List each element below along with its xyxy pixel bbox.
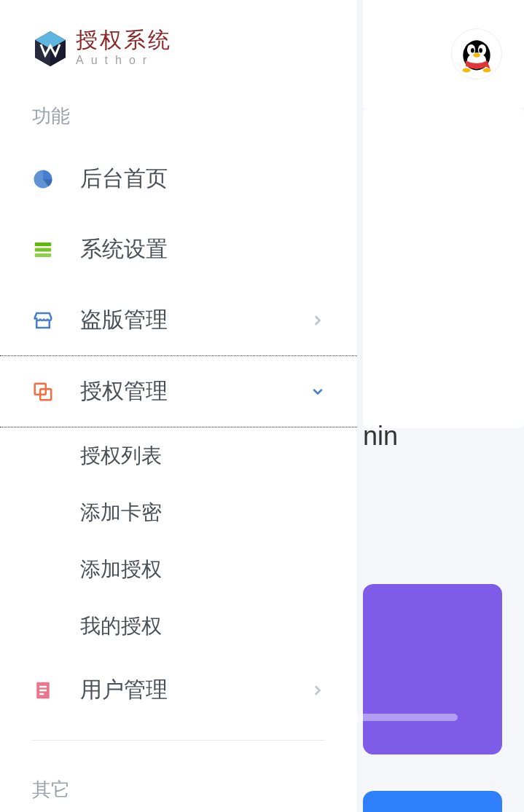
svg-point-21: [482, 68, 490, 73]
nav-auth-label: 授权管理: [80, 377, 310, 406]
stat-card-purple: [363, 584, 502, 754]
svg-point-20: [462, 68, 470, 73]
nav-piracy-label: 盗版管理: [80, 305, 310, 335]
logo-text: 授权系统 Author: [76, 29, 172, 67]
submenu-add-auth[interactable]: 添加授权: [80, 541, 357, 598]
svg-rect-4: [35, 243, 52, 246]
nav-settings-label: 系统设置: [80, 234, 325, 264]
nav-auth-submenu: 授权列表 添加卡密 添加授权 我的授权: [0, 427, 357, 655]
progress-bar: [290, 714, 458, 721]
main-area: nin: [363, 0, 524, 812]
partial-text: nin: [363, 421, 398, 452]
nav-dashboard[interactable]: 后台首页: [0, 143, 357, 214]
logo-subtitle: Author: [76, 54, 172, 67]
logo-title: 授权系统: [76, 29, 172, 51]
chevron-down-icon: [310, 385, 325, 399]
svg-point-17: [471, 48, 474, 53]
stat-card-blue: [363, 791, 502, 812]
svg-rect-12: [39, 693, 44, 695]
sidebar: 授权系统 Author 功能 后台首页 系统设置: [0, 0, 357, 812]
submenu-add-card[interactable]: 添加卡密: [80, 484, 357, 541]
avatar[interactable]: [451, 28, 502, 79]
svg-rect-10: [39, 685, 47, 687]
nav-auth[interactable]: 授权管理: [0, 355, 357, 427]
content-card: nin: [363, 108, 524, 428]
submenu-my-auth[interactable]: 我的授权: [80, 598, 357, 655]
submenu-auth-list[interactable]: 授权列表: [80, 427, 357, 484]
svg-rect-6: [35, 253, 52, 257]
svg-point-18: [479, 48, 482, 53]
pie-chart-icon: [32, 168, 54, 190]
nav-settings[interactable]: 系统设置: [0, 214, 357, 285]
svg-point-19: [473, 53, 480, 58]
nav-users-label: 用户管理: [80, 675, 310, 705]
chevron-right-icon: [310, 683, 325, 698]
chevron-right-icon: [310, 313, 325, 328]
document-icon: [32, 679, 54, 701]
nav-dashboard-label: 后台首页: [80, 164, 325, 194]
store-icon: [32, 310, 54, 331]
svg-rect-11: [39, 689, 47, 691]
divider: [32, 740, 325, 741]
svg-rect-5: [35, 248, 52, 251]
layers-icon: [32, 239, 54, 261]
logo[interactable]: 授权系统 Author: [0, 0, 357, 82]
section-other: 其它: [0, 755, 357, 812]
header-bar: [363, 0, 524, 108]
copy-icon: [32, 381, 54, 403]
logo-icon: [32, 30, 69, 66]
section-functions: 功能: [0, 82, 357, 143]
nav-piracy[interactable]: 盗版管理: [0, 285, 357, 355]
